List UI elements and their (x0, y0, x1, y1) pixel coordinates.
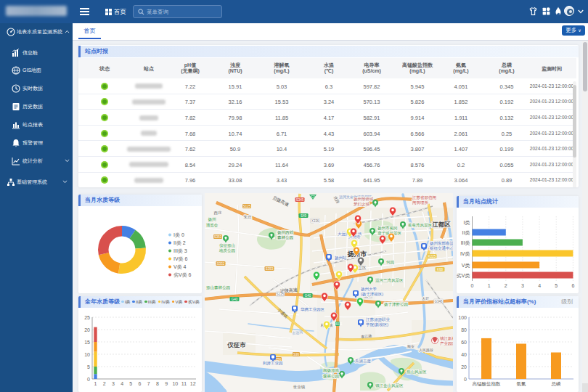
svg-text:S353: S353 (214, 235, 222, 239)
svg-text:I类: I类 (464, 220, 470, 225)
svg-text:仪征捺山: 仪征捺山 (219, 243, 235, 248)
svg-text:大圩: 大圩 (422, 296, 429, 301)
svg-text:扬州大学: 扬州大学 (361, 287, 377, 292)
svg-text:III类: III类 (461, 240, 470, 245)
svg-text:IV类: IV类 (460, 251, 470, 256)
svg-text:扬子津野公园: 扬子津野公园 (384, 302, 408, 307)
svg-text:0: 0 (87, 377, 90, 382)
svg-text:捺山森林公园: 捺山森林公园 (206, 285, 230, 290)
svg-text:10: 10 (84, 352, 90, 357)
svg-text:镇江金山风景区: 镇江金山风景区 (375, 383, 404, 388)
svg-text:高锰酸盐指数: 高锰酸盐指数 (473, 381, 502, 387)
svg-text:5: 5 (129, 381, 132, 386)
svg-text:K225: K225 (428, 255, 436, 258)
svg-text:4: 4 (538, 283, 541, 288)
svg-text:扬州华侨城: 扬州华侨城 (354, 197, 374, 202)
svg-text:100: 100 (458, 315, 467, 320)
svg-text:S353: S353 (266, 267, 274, 271)
svg-text:5: 5 (87, 364, 90, 369)
svg-text:10: 10 (172, 381, 178, 386)
svg-text:博览会: 博览会 (206, 223, 219, 228)
svg-text:25: 25 (84, 315, 90, 320)
svg-text:学院(新校区): 学院(新校区) (366, 322, 388, 327)
svg-text:60: 60 (461, 340, 467, 345)
svg-text:III类 3: III类 3 (173, 248, 187, 253)
svg-text:1: 1 (94, 381, 97, 386)
svg-text:2: 2 (505, 283, 507, 288)
svg-text:运河三湾风景区: 运河三湾风景区 (375, 278, 404, 283)
svg-text:世业镇: 世业镇 (293, 385, 306, 389)
svg-text:3: 3 (521, 283, 524, 288)
svg-text:80: 80 (461, 327, 467, 332)
svg-text:森林公园: 森林公园 (323, 374, 339, 379)
svg-text:I类 0: I类 0 (173, 232, 184, 237)
svg-text:G40: G40 (232, 298, 238, 301)
svg-text:顺安: 顺安 (407, 344, 415, 348)
svg-text:IV类 6: IV类 6 (173, 256, 188, 261)
svg-text:20: 20 (461, 364, 467, 369)
svg-text:6: 6 (571, 283, 574, 288)
svg-text:总磷: 总磷 (551, 381, 562, 386)
svg-text:仪征市: 仪征市 (226, 341, 246, 348)
svg-text:华腾工业园区: 华腾工业园区 (301, 307, 325, 312)
svg-text:镇江新材: 镇江新材 (440, 336, 453, 341)
svg-text:朱庄: 朱庄 (244, 215, 253, 219)
svg-text:氨氮: 氨氮 (517, 381, 527, 386)
svg-text:焦山风景区: 焦山风景区 (407, 369, 427, 374)
svg-text:江苏旅游职业: 江苏旅游职业 (366, 317, 391, 322)
svg-text:11: 11 (181, 381, 187, 386)
svg-text:6: 6 (139, 381, 142, 386)
svg-text:江都区: 江都区 (431, 221, 451, 228)
svg-text:扬州市蜀冈: 扬州市蜀冈 (377, 226, 398, 231)
svg-text:闸管理所: 闸管理所 (412, 200, 429, 205)
svg-text:茱萸湾风景区: 茱萸湾风景区 (408, 223, 433, 228)
svg-text:S345: S345 (296, 198, 304, 202)
svg-text:枢纽交通中心: 枢纽交通中心 (430, 245, 453, 250)
svg-text:2: 2 (103, 381, 106, 386)
svg-text:扬州东部客运: 扬州东部客运 (430, 241, 453, 246)
svg-text:地质公园: 地质公园 (219, 248, 235, 253)
svg-text:劣V类 6: 劣V类 6 (173, 272, 192, 278)
svg-text:15: 15 (84, 340, 90, 345)
svg-text:4: 4 (121, 381, 123, 386)
svg-text:产业园区: 产业园区 (440, 341, 453, 346)
svg-text:0: 0 (464, 377, 467, 382)
svg-text:G40: G40 (305, 294, 311, 298)
svg-text:9: 9 (165, 381, 168, 386)
svg-text:江苏省邵伯闸: 江苏省邵伯闸 (412, 195, 436, 200)
svg-text:12: 12 (190, 381, 196, 386)
svg-text:40: 40 (461, 352, 467, 357)
svg-text:V类 4: V类 4 (173, 264, 187, 269)
svg-text:G4011: G4011 (332, 322, 343, 326)
svg-text:S125: S125 (243, 205, 251, 208)
svg-text:扬州站: 扬州站 (335, 256, 347, 261)
svg-text:何园: 何园 (386, 260, 394, 265)
svg-text:(扬子津校区): (扬子津校区) (361, 292, 383, 297)
svg-text:7: 7 (147, 381, 150, 386)
svg-text:S36: S36 (293, 353, 300, 356)
svg-text:扬州西郊: 扬州西郊 (277, 230, 294, 235)
svg-text:利涛工业园: 利涛工业园 (263, 361, 283, 366)
svg-text:S332: S332 (217, 262, 225, 266)
svg-text:扬州: 扬州 (208, 217, 217, 222)
svg-text:劣V类: 劣V类 (457, 273, 470, 279)
svg-text:X336: X336 (311, 219, 319, 223)
svg-text:S49: S49 (301, 214, 307, 218)
svg-text:0: 0 (471, 283, 474, 288)
svg-text:K68: K68 (437, 268, 444, 271)
svg-text:3: 3 (112, 381, 115, 386)
svg-text:1: 1 (488, 283, 491, 288)
svg-text:西庄: 西庄 (214, 211, 223, 216)
svg-text:闽扬湿地: 闽扬湿地 (323, 368, 340, 373)
svg-text:V类: V类 (462, 263, 470, 268)
svg-text:人民路段: 人民路段 (419, 348, 433, 352)
svg-text:5: 5 (555, 283, 558, 288)
svg-text:森林公园: 森林公园 (277, 235, 293, 240)
svg-text:梦幻之城: 梦幻之城 (354, 202, 370, 207)
svg-text:瓜洲古渡: 瓜洲古渡 (355, 359, 372, 364)
svg-text:20: 20 (84, 327, 90, 332)
svg-text:8: 8 (156, 381, 159, 386)
svg-text:II类: II类 (462, 230, 470, 235)
svg-text:G346: G346 (434, 300, 443, 303)
svg-text:II类 2: II类 2 (173, 240, 186, 245)
